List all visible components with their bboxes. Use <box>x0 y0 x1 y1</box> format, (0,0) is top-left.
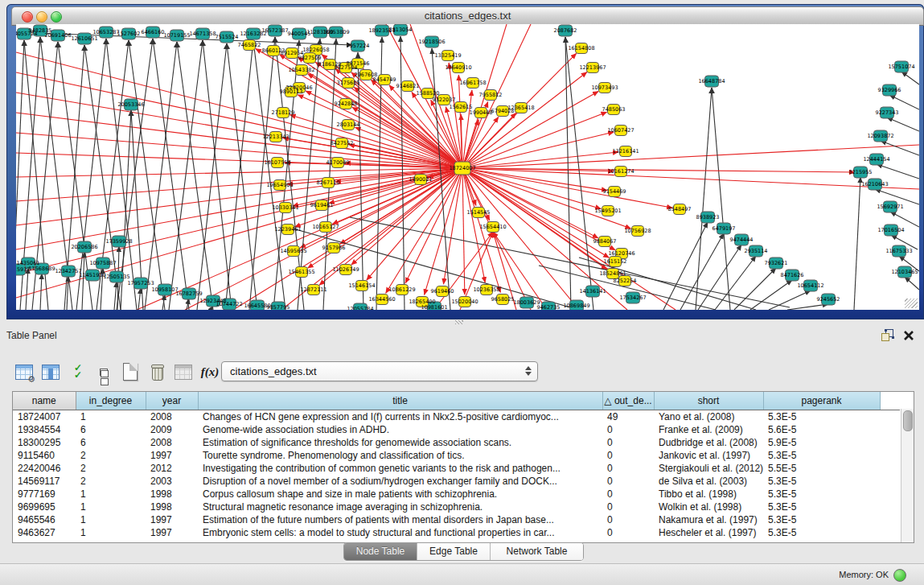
table-cell[interactable]: Nakamura et al. (1997) <box>654 513 763 526</box>
table-cell[interactable]: 9699695 <box>13 501 76 513</box>
table-row[interactable]: 946554611997Estimation of the future num… <box>13 513 900 526</box>
table-cell[interactable]: Changes of HCN gene expression and I(f) … <box>198 410 602 424</box>
float-panel-icon[interactable] <box>881 329 894 342</box>
table-cell[interactable]: 2 <box>76 475 146 488</box>
table-cell[interactable]: 14569117 <box>13 475 76 488</box>
table-row[interactable]: 911546021997Tourette syndrome. Phenomeno… <box>13 449 900 462</box>
table-selector[interactable]: citations_edges.txt <box>221 361 538 381</box>
table-cell[interactable]: 2008 <box>146 410 198 424</box>
table-cell[interactable]: 1998 <box>146 501 198 513</box>
table-cell[interactable]: Structural magnetic resonance image aver… <box>198 501 602 513</box>
table-cell[interactable]: 1 <box>76 501 146 513</box>
column-header-out_de[interactable]: △ out_de... <box>602 392 654 410</box>
network-window-titlebar[interactable]: citations_edges.txt <box>11 6 924 26</box>
select-rows-icon[interactable]: ✓✓ <box>65 360 89 384</box>
column-header-pagerank[interactable]: pagerank <box>763 392 880 410</box>
new-table-icon[interactable] <box>118 360 142 384</box>
canvas-resize-grip[interactable] <box>905 299 918 308</box>
close-panel-icon[interactable] <box>903 330 914 341</box>
table-cell[interactable]: 6 <box>76 423 146 436</box>
table-cell[interactable]: 9115460 <box>13 449 76 462</box>
table-cell[interactable]: 0 <box>602 513 654 526</box>
tab-node-table[interactable]: Node Table <box>344 543 417 560</box>
table-cell[interactable]: 2008 <box>146 436 198 449</box>
table-cell[interactable]: 49 <box>602 410 654 424</box>
table-cell[interactable]: Investigating the contribution of common… <box>198 462 602 475</box>
table-cell[interactable]: 2 <box>76 462 146 475</box>
table-cell[interactable]: 18300295 <box>13 436 76 449</box>
column-header-short[interactable]: short <box>654 392 763 410</box>
table-cell[interactable]: 1998 <box>146 488 198 501</box>
table-cell[interactable]: de Silva et al. (2003) <box>654 475 763 488</box>
table-cell[interactable]: 0 <box>602 436 654 449</box>
table-row[interactable]: 946362711997Embryonic stem cells: a mode… <box>13 526 900 539</box>
table-row[interactable]: 969969511998Structural magnetic resonanc… <box>13 501 900 513</box>
table-cell[interactable]: Hescheler et al. (1997) <box>654 526 763 539</box>
table-cell[interactable]: Tourette syndrome. Phenomenology and cla… <box>198 449 602 462</box>
table-cell[interactable]: 5.3E-5 <box>763 488 880 501</box>
table-cell[interactable]: Genome-wide association studies in ADHD. <box>198 423 602 436</box>
table-cell[interactable]: 1997 <box>146 449 198 462</box>
table-cell[interactable]: 5.3E-5 <box>763 526 880 539</box>
table-cell[interactable]: 5.3E-5 <box>763 501 880 513</box>
table-cell[interactable]: 5.3E-5 <box>763 410 880 424</box>
table-cell[interactable]: Estimation of the future numbers of pati… <box>198 513 602 526</box>
table-cell[interactable]: Embryonic stem cells: a model to study s… <box>198 526 602 539</box>
function-builder-icon[interactable]: f(x) <box>198 360 222 384</box>
split-pane-handle[interactable] <box>455 320 463 324</box>
table-row[interactable]: 977716911998Corpus callosum shape and si… <box>13 488 900 501</box>
table-cell[interactable]: Franke et al. (2009) <box>654 423 763 436</box>
table-cell[interactable]: Corpus callosum shape and size in male p… <box>198 488 602 501</box>
row-height-icon[interactable] <box>92 360 116 384</box>
table-settings-icon[interactable]: ⚙ <box>12 360 36 384</box>
table-cell[interactable]: Estimation of significance thresholds fo… <box>198 436 602 449</box>
tab-network-table[interactable]: Network Table <box>491 543 583 560</box>
table-cell[interactable]: Dudbridge et al. (2008) <box>654 436 763 449</box>
table-cell[interactable]: 18724007 <box>13 410 76 424</box>
table-cell[interactable]: 0 <box>602 488 654 501</box>
table-cell[interactable]: Jankovic et al. (1997) <box>654 449 763 462</box>
table-cell[interactable]: 5.9E-5 <box>763 436 880 449</box>
tab-edge-table[interactable]: Edge Table <box>417 543 491 560</box>
table-cell[interactable]: 2009 <box>146 423 198 436</box>
table-cell[interactable]: 0 <box>602 449 654 462</box>
network-canvas[interactable]: 1405572494828352069140612610651106532871… <box>16 24 919 310</box>
delete-table-icon[interactable] <box>171 360 195 384</box>
table-scrollbar-thumb[interactable] <box>903 410 913 431</box>
table-cell[interactable]: 2 <box>76 449 146 462</box>
column-header-in_degree[interactable]: in_degree <box>76 392 146 410</box>
table-row[interactable]: 1456911722003Disruption of a novel membe… <box>13 475 900 488</box>
table-cell[interactable]: 5.5E-5 <box>763 462 880 475</box>
delete-rows-icon[interactable] <box>145 360 169 384</box>
table-cell[interactable]: 5.6E-5 <box>763 423 880 436</box>
column-header-name[interactable]: name <box>13 392 76 410</box>
table-cell[interactable]: 0 <box>602 423 654 436</box>
table-cell[interactable]: 9463627 <box>13 526 76 539</box>
column-header-year[interactable]: year <box>146 392 198 410</box>
table-cell[interactable]: 0 <box>602 526 654 539</box>
table-cell[interactable]: 0 <box>602 501 654 513</box>
table-cell[interactable]: 1 <box>76 513 146 526</box>
table-cell[interactable]: 9465546 <box>13 513 76 526</box>
table-cell[interactable]: 1 <box>76 488 146 501</box>
table-cell[interactable]: 5.3E-5 <box>763 449 880 462</box>
table-cell[interactable]: 1997 <box>146 526 198 539</box>
table-cell[interactable]: 6 <box>76 436 146 449</box>
table-row[interactable]: 1872400712008Changes of HCN gene express… <box>13 410 900 424</box>
table-cell[interactable]: Tibbo et al. (1998) <box>654 488 763 501</box>
table-cell[interactable]: 1 <box>76 410 146 424</box>
table-cell[interactable]: 5.3E-5 <box>763 475 880 488</box>
table-row[interactable]: 1938455462009Genome-wide association stu… <box>13 423 900 436</box>
table-cell[interactable]: Yano et al. (2008) <box>654 410 763 424</box>
table-row[interactable]: 1830029562008Estimation of significance … <box>13 436 900 449</box>
table-cell[interactable]: 19384554 <box>13 423 76 436</box>
table-cell[interactable]: Wolkin et al. (1998) <box>654 501 763 513</box>
table-cell[interactable]: 2003 <box>146 475 198 488</box>
table-scrollbar[interactable] <box>901 409 914 542</box>
table-cell[interactable]: 22420046 <box>13 462 76 475</box>
table-cell[interactable]: 2012 <box>146 462 198 475</box>
table-cell[interactable]: 5.3E-5 <box>763 513 880 526</box>
column-select-icon[interactable] <box>39 360 63 384</box>
table-cell[interactable]: 0 <box>602 462 654 475</box>
table-cell[interactable]: 1997 <box>146 513 198 526</box>
